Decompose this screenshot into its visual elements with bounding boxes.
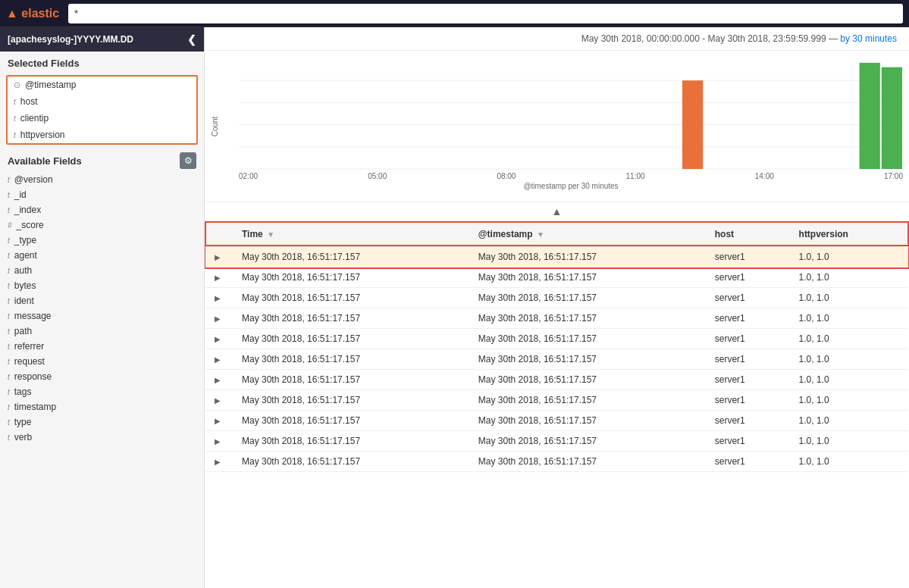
selected-field-item[interactable]: thttpversion: [8, 127, 196, 143]
collapse-sidebar-button[interactable]: ❮: [187, 33, 196, 45]
selected-field-item[interactable]: ⊙@timestamp: [8, 77, 196, 93]
expand-row-arrow[interactable]: ▶: [215, 335, 221, 343]
available-field-item[interactable]: trequest: [0, 354, 204, 369]
t-icon: t: [8, 358, 10, 366]
avail-field-name-label: ident: [14, 296, 34, 306]
clock-icon: ⊙: [14, 80, 20, 90]
row-httpversion-cell: 1.0, 1.0: [790, 267, 908, 288]
row-expand-cell[interactable]: ▶: [205, 349, 233, 370]
table-row[interactable]: ▶May 30th 2018, 16:51:17.157May 30th 201…: [205, 329, 908, 349]
index-name: [apachesyslog-]YYYY.MM.DD: [8, 34, 133, 45]
content-area: May 30th 2018, 00:00:00.000 - May 30th 2…: [205, 27, 909, 588]
available-field-item[interactable]: t_id: [0, 187, 204, 202]
available-field-item[interactable]: tbytes: [0, 278, 204, 293]
expand-row-arrow[interactable]: ▶: [215, 294, 221, 302]
row-httpversion-cell: 1.0, 1.0: [790, 452, 908, 472]
available-field-item[interactable]: tverb: [0, 430, 204, 445]
expand-row-arrow[interactable]: ▶: [215, 253, 221, 261]
y-axis-label: Count: [211, 117, 219, 137]
field-name-label: clientip: [20, 113, 49, 124]
expand-row-arrow[interactable]: ▶: [215, 396, 221, 405]
table-row[interactable]: ▶May 30th 2018, 16:51:17.157May 30th 201…: [205, 288, 908, 308]
th-timestamp[interactable]: @timestamp ▼: [469, 222, 706, 246]
row-expand-cell[interactable]: ▶: [205, 370, 233, 390]
row-httpversion-cell: 1.0, 1.0: [790, 411, 908, 431]
row-time-cell: May 30th 2018, 16:51:17.157: [233, 370, 469, 390]
available-field-item[interactable]: tauth: [0, 263, 204, 278]
available-field-item[interactable]: t_type: [0, 233, 204, 248]
expand-row-arrow[interactable]: ▶: [215, 376, 221, 384]
avail-field-name-label: _score: [17, 220, 44, 230]
available-fields-gear-button[interactable]: ⚙: [180, 152, 196, 169]
table-row[interactable]: ▶May 30th 2018, 16:51:17.157May 30th 201…: [205, 452, 908, 472]
by-30-minutes-link[interactable]: by 30 minutes: [840, 33, 897, 44]
available-field-item[interactable]: tmessage: [0, 308, 204, 324]
th-httpversion[interactable]: httpversion: [790, 222, 908, 246]
row-expand-cell[interactable]: ▶: [205, 390, 233, 411]
expand-row-arrow[interactable]: ▶: [215, 417, 221, 425]
row-time-cell: May 30th 2018, 16:51:17.157: [233, 452, 469, 472]
expand-row-arrow[interactable]: ▶: [215, 437, 221, 446]
table-row[interactable]: ▶May 30th 2018, 16:51:17.157May 30th 201…: [205, 390, 908, 411]
row-expand-cell[interactable]: ▶: [205, 246, 233, 267]
expand-row-arrow[interactable]: ▶: [215, 274, 221, 282]
table-row[interactable]: ▶May 30th 2018, 16:51:17.157May 30th 201…: [205, 308, 908, 329]
th-host[interactable]: host: [706, 222, 790, 246]
th-time[interactable]: Time ▼: [233, 222, 469, 246]
avail-field-name-label: tags: [14, 386, 32, 397]
row-expand-cell[interactable]: ▶: [205, 329, 233, 349]
table-row[interactable]: ▶May 30th 2018, 16:51:17.157May 30th 201…: [205, 431, 908, 452]
t-icon: t: [8, 252, 10, 260]
selected-field-item[interactable]: tclientip: [8, 110, 196, 127]
available-fields-header: Available Fields ⚙: [0, 148, 204, 172]
table-row[interactable]: ▶May 30th 2018, 16:51:17.157May 30th 201…: [205, 349, 908, 370]
table-row[interactable]: ▶May 30th 2018, 16:51:17.157May 30th 201…: [205, 267, 908, 288]
available-field-item[interactable]: ttags: [0, 384, 204, 399]
available-field-item[interactable]: ttype: [0, 414, 204, 430]
expand-row-arrow[interactable]: ▶: [215, 355, 221, 364]
row-timestamp-cell: May 30th 2018, 16:51:17.157: [469, 308, 706, 329]
selected-field-item[interactable]: thost: [8, 93, 196, 110]
svg-rect-11: [860, 63, 880, 169]
row-timestamp-cell: May 30th 2018, 16:51:17.157: [469, 452, 706, 472]
row-host-cell: server1: [706, 267, 790, 288]
row-expand-cell[interactable]: ▶: [205, 411, 233, 431]
row-expand-cell[interactable]: ▶: [205, 308, 233, 329]
t-icon: t: [8, 191, 10, 199]
svg-rect-10: [682, 80, 703, 169]
row-timestamp-cell: May 30th 2018, 16:51:17.157: [469, 329, 706, 349]
avail-field-name-label: path: [14, 326, 32, 336]
row-time-cell: May 30th 2018, 16:51:17.157: [233, 390, 469, 411]
row-host-cell: server1: [706, 246, 790, 267]
available-field-item[interactable]: treferrer: [0, 339, 204, 354]
row-expand-cell[interactable]: ▶: [205, 288, 233, 308]
search-input[interactable]: [68, 4, 903, 23]
available-field-item[interactable]: t@version: [0, 172, 204, 187]
collapse-table-button[interactable]: ▲: [552, 205, 563, 217]
row-expand-cell[interactable]: ▶: [205, 431, 233, 452]
table-row[interactable]: ▶May 30th 2018, 16:51:17.157May 30th 201…: [205, 246, 908, 267]
table-row[interactable]: ▶May 30th 2018, 16:51:17.157May 30th 201…: [205, 370, 908, 390]
row-host-cell: server1: [706, 452, 790, 472]
available-field-item[interactable]: #_score: [0, 217, 204, 233]
table-area[interactable]: Time ▼ @timestamp ▼ host httpversion ▶Ma…: [205, 221, 909, 588]
available-field-item[interactable]: tagent: [0, 248, 204, 263]
row-time-cell: May 30th 2018, 16:51:17.157: [233, 329, 469, 349]
avail-field-name-label: _type: [14, 235, 36, 246]
row-expand-cell[interactable]: ▶: [205, 452, 233, 472]
table-row[interactable]: ▶May 30th 2018, 16:51:17.157May 30th 201…: [205, 411, 908, 431]
available-field-item[interactable]: tident: [0, 293, 204, 308]
row-host-cell: server1: [706, 370, 790, 390]
x-axis-labels: 02:0005:0008:0011:0014:0017:00: [239, 172, 903, 180]
t-icon: t: [8, 342, 10, 351]
expand-row-arrow[interactable]: ▶: [215, 458, 221, 466]
avail-field-name-label: bytes: [14, 280, 36, 291]
row-expand-cell[interactable]: ▶: [205, 267, 233, 288]
available-field-item[interactable]: t_index: [0, 202, 204, 217]
available-field-item[interactable]: tpath: [0, 324, 204, 339]
t-icon: t: [8, 267, 10, 275]
available-field-item[interactable]: ttimestamp: [0, 399, 204, 414]
date-bar: May 30th 2018, 00:00:00.000 - May 30th 2…: [205, 27, 909, 51]
available-field-item[interactable]: tresponse: [0, 369, 204, 384]
expand-row-arrow[interactable]: ▶: [215, 314, 221, 323]
